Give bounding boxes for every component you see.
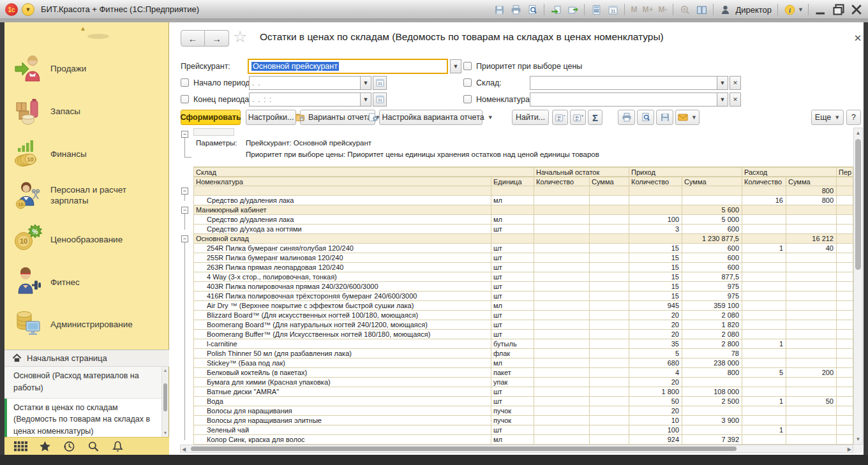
table-row[interactable]: Air Dry ™ (Верхнее покрытие с эффектом б…	[193, 301, 853, 311]
export-page-icon[interactable]	[549, 3, 563, 17]
variant-setup-button[interactable]: Настройка варианта отчета▼	[379, 110, 483, 125]
sidebar-item-stock[interactable]: Запасы	[13, 96, 164, 127]
favorite-star-icon[interactable]: ☆	[233, 27, 247, 46]
column-header[interactable]: Сумма	[590, 177, 629, 186]
memory-m--button[interactable]: M-	[657, 5, 668, 14]
sidebar-item-personnel[interactable]: 10Персонал и расчет зарплаты	[13, 181, 164, 211]
sum-button[interactable]: Σ	[588, 110, 602, 125]
close-icon[interactable]	[849, 3, 864, 17]
nomenclature-checkbox[interactable]	[463, 95, 472, 103]
split-view-icon[interactable]	[694, 3, 708, 17]
table-row[interactable]: Ватные диски "AMRA"шт1 800108 000	[193, 387, 853, 397]
scroll-down-arrow-icon[interactable]: ▼	[162, 430, 168, 436]
settings-button[interactable]: Настройки...	[246, 110, 296, 125]
collapse-expander-icon[interactable]: −	[181, 235, 188, 242]
table-row[interactable]: Средство д/удаления лакамл16800	[193, 196, 853, 205]
corner-cell[interactable]	[193, 128, 234, 136]
table-row[interactable]: Водашт502 500150	[193, 397, 853, 406]
period-start-input[interactable]: . .	[249, 76, 361, 90]
window-tab-2[interactable]: Остатки в ценах по складам (Ведомость по…	[4, 399, 161, 442]
period-end-checkbox[interactable]	[181, 95, 189, 103]
column-header[interactable]: Номенклатура	[193, 177, 491, 186]
column-group-header[interactable]: Начальный остаток	[534, 167, 629, 177]
sidebar-item-sales[interactable]: Продажи	[13, 54, 164, 84]
scroll-right-arrow-icon[interactable]: ▶	[848, 447, 851, 452]
home-page-row[interactable]: Начальная страница	[4, 350, 169, 367]
collapse-groups-button[interactable]: АБВГ-	[552, 110, 568, 125]
scroll-up-arrow-icon[interactable]: ▲	[162, 367, 168, 374]
table-row[interactable]: Колор Синк, краска для волосмл9247 392	[193, 435, 853, 445]
close-report-icon[interactable]: ✕	[852, 33, 864, 44]
memory-m-button[interactable]: M	[629, 5, 638, 14]
scrollbar-thumb[interactable]	[855, 139, 861, 270]
column-group-header[interactable]: Пер	[837, 167, 853, 177]
table-row[interactable]: Polish Thinner 50 мл (для разбавления ла…	[193, 349, 853, 358]
table-row[interactable]: Средство д/ухода за ногтямишт3600	[193, 225, 853, 234]
nomenclature-input[interactable]	[530, 92, 717, 107]
scrollbar-thumb[interactable]	[163, 383, 167, 411]
table-row[interactable]: 800	[193, 186, 853, 196]
column-header[interactable]: Количество	[534, 177, 590, 186]
sidebar-scroll-up-icon[interactable]: ▲	[80, 25, 86, 32]
column-header[interactable]: Количество	[629, 177, 682, 186]
table-row[interactable]: Boomerang Board™ (Для натуральных ногтей…	[193, 320, 853, 330]
warehouse-dropdown-icon[interactable]: ▼	[717, 76, 728, 90]
table-row[interactable]: 254R Пилка бумеранг синяя/голубая 120/24…	[193, 244, 853, 253]
forward-button[interactable]: →	[205, 30, 229, 47]
maximize-icon[interactable]	[831, 3, 846, 17]
report-variants-button[interactable]: Варианты отчета▼	[300, 110, 375, 125]
user-icon[interactable]	[718, 3, 732, 17]
horizontal-scrollbar[interactable]: ◀▶	[180, 445, 853, 453]
history-icon[interactable]	[62, 439, 77, 454]
warehouse-clear-icon[interactable]: ✕	[730, 76, 741, 90]
main-menu-dropdown-icon[interactable]: ▼	[22, 3, 34, 16]
find-button[interactable]: Найти...	[512, 110, 549, 125]
save-button[interactable]	[656, 110, 673, 125]
table-row[interactable]: Маникюрный кабинет5 600	[193, 205, 853, 215]
print-icon[interactable]	[509, 3, 523, 17]
table-row[interactable]: Бумага для химии (Красная упаковка)упак2…	[193, 378, 853, 387]
table-row[interactable]: Средство д/удаления лакамл1005 000	[193, 215, 853, 225]
period-start-checkbox[interactable]	[181, 78, 189, 87]
calculator-icon[interactable]	[589, 3, 603, 17]
vertical-scrollbar[interactable]: ▲▼	[853, 128, 863, 445]
print-button[interactable]	[618, 110, 635, 125]
table-row[interactable]: Волосы для наращивания элитныепучок103 9…	[193, 416, 853, 425]
column-header[interactable]: Сумма	[786, 177, 837, 186]
table-row[interactable]: 255R Пилка бумеранг малиновая 120/240шт1…	[193, 253, 853, 263]
table-row[interactable]: 4 Way (3-х стор., полировочная, тонкая)ш…	[193, 272, 853, 282]
table-row[interactable]: Белковый коктейль (в пакетах)пакет480052…	[193, 368, 853, 378]
scrollbar-thumb[interactable]	[191, 447, 737, 451]
send-mail-button[interactable]: ▼	[675, 110, 700, 125]
notifications-icon[interactable]	[110, 439, 125, 454]
period-start-calendar-icon[interactable]: 31	[373, 76, 387, 90]
column-group-header[interactable]: Приход	[629, 167, 742, 177]
sidebar-item-pricing[interactable]: 10%Ценообразование	[13, 225, 164, 255]
scroll-up-arrow-icon[interactable]: ▲	[854, 130, 862, 136]
column-group-header[interactable]: Расход	[742, 167, 837, 177]
table-row[interactable]: Основной склад1 230 877,516 212	[193, 234, 853, 244]
nomenclature-dropdown-icon[interactable]: ▼	[717, 92, 728, 107]
scroll-left-arrow-icon[interactable]: ◀	[182, 447, 186, 452]
table-row[interactable]: Boomerang Buffer™ (Для Искусственных ног…	[193, 330, 853, 339]
column-header[interactable]: Количество	[742, 177, 786, 186]
column-header[interactable]: Единица	[491, 177, 534, 186]
search-icon[interactable]	[86, 439, 101, 454]
warehouse-checkbox[interactable]	[463, 78, 472, 87]
send-page-icon[interactable]	[565, 3, 580, 17]
collapse-expander-icon[interactable]: −	[181, 131, 188, 138]
generate-button[interactable]: Сформировать	[181, 110, 241, 125]
table-row[interactable]: 263R Пилка прямая леопардовая 120/240шт1…	[193, 263, 853, 272]
apps-icon[interactable]	[13, 439, 28, 454]
expand-groups-button[interactable]: АБВГ+	[570, 110, 586, 125]
table-row[interactable]: Зеленый чайшт1001	[193, 425, 853, 435]
more-button[interactable]: Еще▼	[811, 110, 844, 125]
sidebar-item-finance[interactable]: 10Финансы	[13, 139, 164, 170]
warehouse-input[interactable]	[530, 76, 717, 90]
price-priority-checkbox[interactable]	[463, 62, 472, 70]
period-end-dropdown-icon[interactable]: ▼	[360, 92, 371, 107]
collapse-expander-icon[interactable]: −	[181, 188, 188, 195]
table-row[interactable]: Blizzard Board™ (Для искусственных ногте…	[193, 311, 853, 320]
print-preview-icon[interactable]	[525, 3, 539, 17]
save-icon[interactable]	[492, 3, 506, 17]
